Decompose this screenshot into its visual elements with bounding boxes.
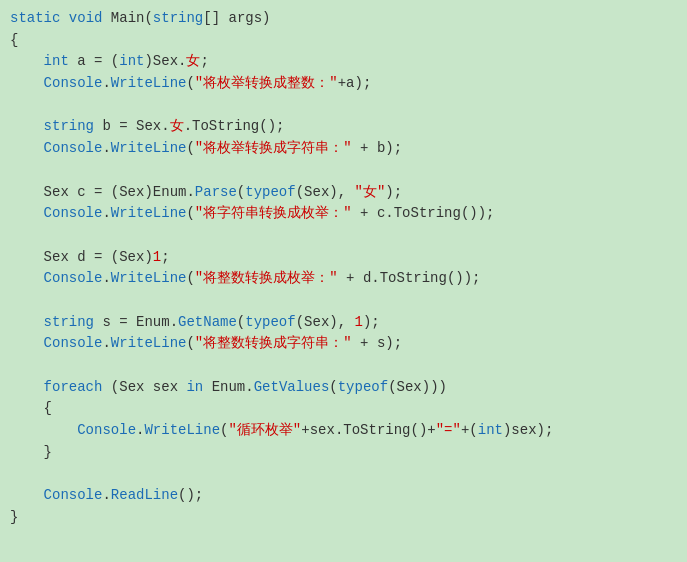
- code-line-23: Console.ReadLine();: [10, 485, 677, 507]
- code-line-11: [10, 225, 677, 247]
- code-line-22: [10, 463, 677, 485]
- code-line-5: [10, 95, 677, 117]
- code-line-24: }: [10, 507, 677, 529]
- code-line-7: Console.WriteLine("将枚举转换成字符串：" + b);: [10, 138, 677, 160]
- code-line-12: Sex d = (Sex)1;: [10, 247, 677, 269]
- code-line-6: string b = Sex.女.ToString();: [10, 116, 677, 138]
- code-line-10: Console.WriteLine("将字符串转换成枚举：" + c.ToStr…: [10, 203, 677, 225]
- code-line-2: {: [10, 30, 677, 52]
- code-line-18: foreach (Sex sex in Enum.GetValues(typeo…: [10, 377, 677, 399]
- code-line-21: }: [10, 442, 677, 464]
- code-line-14: [10, 290, 677, 312]
- code-line-15: string s = Enum.GetName(typeof(Sex), 1);: [10, 312, 677, 334]
- code-line-1: static void Main(string[] args): [10, 8, 677, 30]
- code-editor: static void Main(string[] args) { int a …: [0, 0, 687, 562]
- code-line-20: Console.WriteLine("循环枚举"+sex.ToString()+…: [10, 420, 677, 442]
- code-line-19: {: [10, 398, 677, 420]
- code-line-8: [10, 160, 677, 182]
- code-line-4: Console.WriteLine("将枚举转换成整数："+a);: [10, 73, 677, 95]
- code-line-16: Console.WriteLine("将整数转换成字符串：" + s);: [10, 333, 677, 355]
- code-line-13: Console.WriteLine("将整数转换成枚举：" + d.ToStri…: [10, 268, 677, 290]
- code-line-17: [10, 355, 677, 377]
- code-line-9: Sex c = (Sex)Enum.Parse(typeof(Sex), "女"…: [10, 182, 677, 204]
- code-line-3: int a = (int)Sex.女;: [10, 51, 677, 73]
